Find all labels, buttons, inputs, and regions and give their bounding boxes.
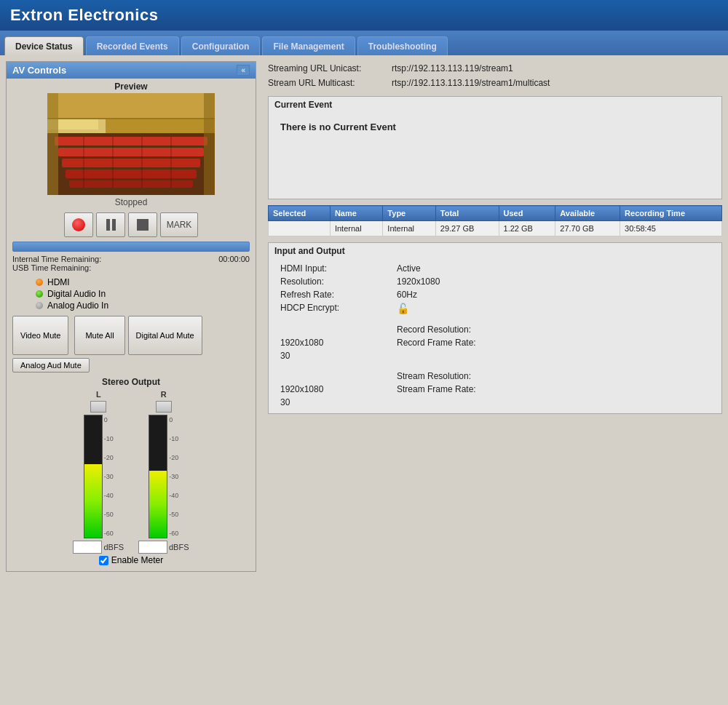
hdmi-input-label: HDMI Input: [280,263,397,274]
svg-rect-8 [62,159,200,167]
stream-resolution-value: 1920x1080 [280,384,397,394]
record-frame-rate-value: 30 [280,351,397,361]
preview-svg [47,93,215,195]
av-controls-header: AV Controls « [7,62,256,79]
cell-recording-time: 30:58:45 [620,221,722,236]
mute-buttons-area: Video Mute Mute All Digital Aud Mute Ana… [7,313,256,375]
signal-analog-audio: Analog Audio In [36,300,250,311]
stream-frame-rate-label: Stream Frame Rate: [397,384,710,394]
record-button[interactable] [64,212,93,237]
left-dbfs-label: dBFS [103,543,124,551]
right-fader[interactable] [156,401,172,413]
col-name: Name [330,206,382,221]
refresh-rate-value: 60Hz [397,290,710,300]
storage-table-container: Selected Name Type Total Used Available … [268,205,722,236]
hdcp-value: 🔓 [397,303,710,314]
av-controls-box: AV Controls « Preview [6,61,256,572]
left-meter-bar [84,415,103,538]
current-event-content: There is no Current Event [269,111,721,199]
current-event-title: Current Event [269,97,721,111]
right-meter-fill [149,471,167,538]
tab-recorded-events[interactable]: Recorded Events [86,36,179,55]
left-meter-bar-wrapper: 0 -10 -20 -30 -40 -50 -60 [84,415,114,538]
av-controls-title: AV Controls [12,65,66,76]
cell-used: 1.22 GB [499,221,555,236]
current-event-box: Current Event There is no Current Event [268,96,722,199]
cell-name: Internal [330,221,382,236]
multicast-row: Stream URL Multicast: rtsp://192.113.113… [268,76,722,90]
svg-rect-7 [58,148,204,156]
digital-audio-label: Digital Audio In [47,289,106,299]
streaming-info: Streaming URL Unicast: rtsp://192.113.11… [268,61,722,90]
multicast-value: rtsp://192.113.113.119/stream1/multicast [392,78,550,88]
enable-meter-checkbox[interactable] [99,556,108,565]
left-panel: AV Controls « Preview [0,55,262,705]
tab-troubleshooting[interactable]: Troubleshooting [357,36,448,55]
signal-indicators: HDMI Digital Audio In Analog Audio In [7,274,256,313]
enable-meter-row: Enable Meter [12,554,250,567]
mark-button[interactable]: MARK [160,212,198,237]
multicast-label: Stream URL Multicast: [268,78,392,88]
left-db-input[interactable]: -17.7 [73,541,102,554]
svg-rect-16 [204,93,215,195]
hdmi-label: HDMI [47,277,70,287]
storage-row-internal: Internal Internal 29.27 GB 1.22 GB 27.70… [269,221,722,236]
mute-all-button[interactable]: Mute All [74,316,124,355]
digital-aud-mute-button[interactable]: Digital Aud Mute [128,316,202,355]
col-recording-time: Recording Time [620,206,722,221]
usb-time-label: USB Time Remaining: [12,263,91,272]
collapse-button[interactable]: « [237,65,250,76]
storage-table: Selected Name Type Total Used Available … [268,205,722,236]
meters-container: L 0 -10 -20 -30 -40 [12,390,250,554]
cell-selected [269,221,331,236]
record-frame-rate-label: Record Frame Rate: [397,338,710,348]
tab-file-management[interactable]: File Management [262,36,355,55]
transport-controls: MARK [7,210,256,240]
signal-digital-audio: Digital Audio In [36,288,250,300]
col-total: Total [435,206,499,221]
tab-device-status[interactable]: Device Status [4,36,84,55]
svg-rect-6 [55,137,207,146]
tab-bar: Device Status Recorded Events Configurat… [0,31,728,55]
app-header: Extron Electronics [0,0,728,31]
io-title: Input and Output [269,243,721,258]
stop-button[interactable] [128,212,157,237]
right-dbfs-label: dBFS [169,543,189,551]
resolution-value: 1920x1080 [397,276,710,287]
right-meter-bar-wrapper: 0 -10 -20 -30 -40 -50 -60 [149,415,178,538]
left-meter-fill [84,464,102,538]
storage-table-header-row: Selected Name Type Total Used Available … [269,206,722,221]
right-meter-bar [149,415,167,538]
svg-rect-10 [69,180,193,188]
unicast-row: Streaming URL Unicast: rtsp://192.113.11… [268,61,722,76]
time-info: Internal Time Remaining: 00:00:00 USB Ti… [7,253,256,274]
app-title: Extron Electronics [10,6,718,25]
right-channel-meter: R 0 -10 -20 -30 -40 [138,390,189,554]
left-fader[interactable] [90,401,106,413]
right-channel-label: R [161,390,167,399]
hdmi-input-value: Active [397,263,710,274]
right-meter-bottom: -19.1 dBFS [138,541,189,554]
col-available: Available [555,206,620,221]
stream-resolution-label: Stream Resolution: [397,371,710,381]
left-meter-scale: 0 -10 -20 -30 -40 -50 -60 [104,415,114,538]
unicast-label: Streaming URL Unicast: [268,63,392,73]
resolution-label: Resolution: [280,276,397,287]
video-mute-button[interactable]: Video Mute [12,316,68,355]
right-panel: Streaming URL Unicast: rtsp://192.113.11… [262,55,728,705]
cell-total: 29.27 GB [435,221,499,236]
refresh-rate-label: Refresh Rate: [280,290,397,300]
unicast-value: rtsp://192.113.113.119/stream1 [392,63,513,73]
progress-bar [12,242,250,252]
analog-aud-mute-button[interactable]: Analog Aud Mute [12,358,90,373]
analog-audio-indicator [36,302,43,309]
col-selected: Selected [269,206,331,221]
left-meter-bottom: -17.7 dBFS [73,541,124,554]
pause-button[interactable] [96,212,125,237]
stream-frame-rate-value: 30 [280,397,397,407]
tab-configuration[interactable]: Configuration [181,36,261,55]
record-resolution-value: 1920x1080 [280,338,397,348]
cell-available: 27.70 GB [555,221,620,236]
io-box: Input and Output HDMI Input: Active Reso… [268,242,722,414]
right-db-input[interactable]: -19.1 [138,541,167,554]
